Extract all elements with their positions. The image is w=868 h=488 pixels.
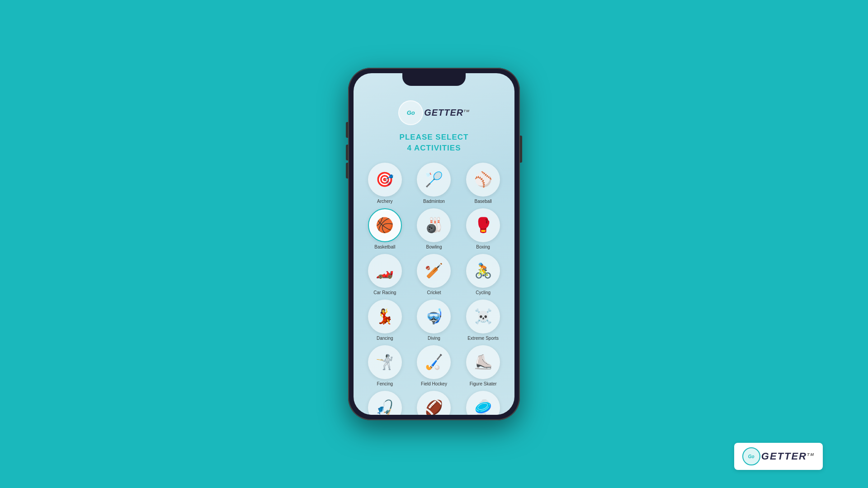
activity-label-cycling: Cycling: [476, 290, 491, 295]
app-logo: Go GETTERTM: [398, 100, 470, 125]
logo-getter: GETTERTM: [424, 108, 470, 118]
activity-label-cricket: Cricket: [427, 290, 441, 295]
app-logo-container: Go GETTERTM: [363, 100, 505, 125]
activity-label-bowling: Bowling: [426, 244, 442, 249]
activity-item-baseball[interactable]: ⚾Baseball: [461, 163, 505, 204]
activity-circle-car_racing: 🏎️: [368, 254, 402, 288]
activity-circle-basketball: 🏀: [368, 208, 402, 242]
activity-circle-badminton: 🏸: [417, 163, 451, 197]
activity-label-fencing: Fencing: [377, 381, 393, 386]
activity-circle-dancing: 💃: [368, 300, 402, 333]
activity-label-archery: Archery: [377, 199, 392, 204]
activity-label-boxing: Boxing: [476, 244, 490, 249]
activity-item-car_racing[interactable]: 🏎️Car Racing: [363, 254, 407, 295]
activity-label-baseball: Baseball: [474, 199, 491, 204]
activity-circle-figure_skater: ⛸️: [466, 345, 500, 379]
activity-item-figure_skater[interactable]: ⛸️Figure Skater: [461, 345, 505, 386]
activity-item-cycling[interactable]: 🚴Cycling: [461, 254, 505, 295]
activity-label-field_hockey: Field Hockey: [421, 381, 447, 386]
activity-circle-diving: 🤿: [417, 300, 451, 333]
activity-circle-boxing: 🥊: [466, 208, 500, 242]
bottom-logo: Go GETTERTM: [734, 443, 823, 470]
activity-item-cricket[interactable]: 🏏Cricket: [412, 254, 457, 295]
activity-circle-baseball: ⚾: [466, 163, 500, 197]
activity-circle-football: 🏈: [417, 391, 451, 415]
phone-screen: Go GETTERTM PLEASE SELECT 4 ACTIVITIES 🎯…: [354, 73, 514, 415]
activity-item-fencing[interactable]: 🤺Fencing: [363, 345, 407, 386]
activity-circle-fishing: 🎣: [368, 391, 402, 415]
activity-circle-cycling: 🚴: [466, 254, 500, 288]
headline: PLEASE SELECT 4 ACTIVITIES: [363, 132, 505, 154]
activity-circle-frisbee: 🥏: [466, 391, 500, 415]
activity-item-bowling[interactable]: 🎳Bowling: [412, 208, 457, 249]
activity-circle-extreme_sports: ☠️: [466, 300, 500, 333]
activity-label-diving: Diving: [428, 336, 440, 341]
activity-item-football[interactable]: 🏈Football: [412, 391, 457, 415]
activity-item-fishing[interactable]: 🎣Fishing: [363, 391, 407, 415]
activity-label-dancing: Dancing: [377, 336, 393, 341]
activities-grid: 🎯Archery🏸Badminton⚾Baseball🏀Basketball🎳B…: [363, 163, 505, 415]
activity-label-figure_skater: Figure Skater: [470, 381, 497, 386]
activity-label-basketball: Basketball: [374, 244, 395, 249]
app-content: Go GETTERTM PLEASE SELECT 4 ACTIVITIES 🎯…: [354, 73, 514, 415]
activity-circle-archery: 🎯: [368, 163, 402, 197]
phone-notch: [402, 73, 466, 86]
activity-item-field_hockey[interactable]: 🏑Field Hockey: [412, 345, 457, 386]
activity-circle-fencing: 🤺: [368, 345, 402, 379]
activity-circle-cricket: 🏏: [417, 254, 451, 288]
activity-item-extreme_sports[interactable]: ☠️Extreme Sports: [461, 300, 505, 341]
phone-frame: Go GETTERTM PLEASE SELECT 4 ACTIVITIES 🎯…: [348, 68, 520, 420]
activity-label-extreme_sports: Extreme Sports: [467, 336, 499, 341]
activity-item-basketball[interactable]: 🏀Basketball: [363, 208, 407, 249]
activity-item-boxing[interactable]: 🥊Boxing: [461, 208, 505, 249]
logo-go: Go: [398, 100, 423, 125]
bottom-logo-getter: GETTERTM: [761, 450, 815, 462]
activity-item-diving[interactable]: 🤿Diving: [412, 300, 457, 341]
activity-item-frisbee[interactable]: 🥏Frisbee: [461, 391, 505, 415]
activity-item-dancing[interactable]: 💃Dancing: [363, 300, 407, 341]
activity-item-badminton[interactable]: 🏸Badminton: [412, 163, 457, 204]
activity-item-archery[interactable]: 🎯Archery: [363, 163, 407, 204]
activity-circle-bowling: 🎳: [417, 208, 451, 242]
activity-circle-field_hockey: 🏑: [417, 345, 451, 379]
activity-label-badminton: Badminton: [423, 199, 445, 204]
activity-label-car_racing: Car Racing: [373, 290, 396, 295]
bottom-logo-go: Go: [742, 447, 760, 465]
